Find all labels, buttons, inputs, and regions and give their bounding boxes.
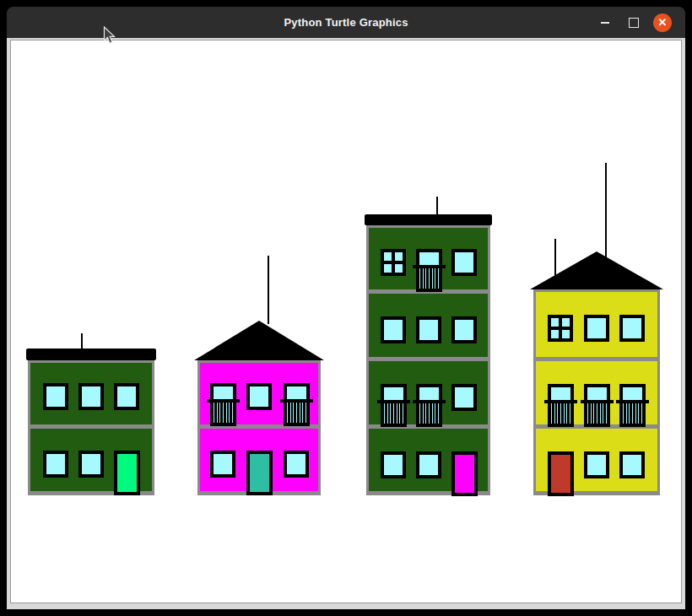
maximize-icon bbox=[629, 18, 639, 28]
canvas-frame bbox=[7, 38, 685, 609]
close-button[interactable]: ✕ bbox=[653, 14, 672, 32]
close-icon: ✕ bbox=[658, 17, 668, 28]
window-title: Python Turtle Graphics bbox=[284, 16, 408, 29]
minimize-button[interactable] bbox=[596, 14, 614, 32]
maximize-button[interactable] bbox=[624, 14, 643, 32]
window-controls: ✕ bbox=[596, 7, 678, 38]
minimize-icon bbox=[601, 22, 609, 24]
turtle-canvas bbox=[10, 40, 682, 603]
mouse-cursor bbox=[103, 26, 116, 45]
